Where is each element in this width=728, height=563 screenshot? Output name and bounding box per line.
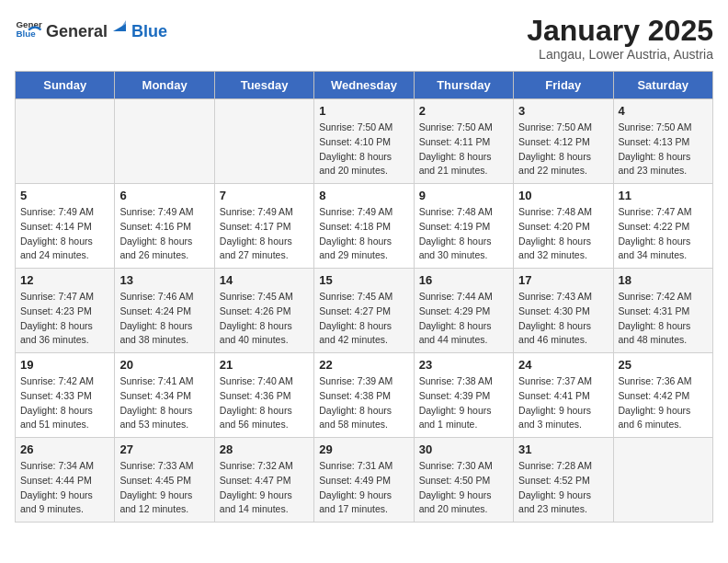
calendar-cell: 23Sunrise: 7:38 AM Sunset: 4:39 PM Dayli… [414, 353, 513, 438]
day-number: 31 [518, 442, 608, 456]
logo-general: General [46, 22, 108, 41]
cell-info: Sunrise: 7:48 AM Sunset: 4:19 PM Dayligh… [419, 205, 508, 263]
calendar-header-sunday: Sunday [16, 72, 115, 99]
cell-info: Sunrise: 7:41 AM Sunset: 4:34 PM Dayligh… [119, 374, 209, 432]
day-number: 20 [119, 358, 209, 372]
calendar-cell: 16Sunrise: 7:44 AM Sunset: 4:29 PM Dayli… [414, 269, 513, 353]
calendar-header-thursday: Thursday [414, 72, 513, 99]
day-number: 21 [220, 358, 309, 372]
day-number: 1 [319, 104, 408, 118]
calendar-cell: 22Sunrise: 7:39 AM Sunset: 4:38 PM Dayli… [314, 353, 414, 438]
cell-info: Sunrise: 7:48 AM Sunset: 4:20 PM Dayligh… [518, 205, 608, 263]
calendar-cell [16, 99, 115, 184]
day-number: 6 [119, 189, 209, 202]
calendar-cell: 24Sunrise: 7:37 AM Sunset: 4:41 PM Dayli… [514, 353, 613, 438]
day-number: 29 [319, 442, 408, 456]
cell-info: Sunrise: 7:45 AM Sunset: 4:26 PM Dayligh… [220, 290, 309, 348]
cell-info: Sunrise: 7:45 AM Sunset: 4:27 PM Dayligh… [319, 290, 408, 348]
cell-info: Sunrise: 7:32 AM Sunset: 4:47 PM Dayligh… [220, 459, 309, 517]
day-number: 2 [419, 104, 508, 118]
calendar-cell: 30Sunrise: 7:30 AM Sunset: 4:50 PM Dayli… [414, 438, 513, 523]
day-number: 4 [619, 104, 708, 118]
day-number: 16 [419, 273, 508, 287]
logo-blue: Blue [131, 22, 167, 41]
day-number: 10 [518, 189, 608, 202]
calendar-table: SundayMondayTuesdayWednesdayThursdayFrid… [15, 71, 713, 523]
cell-info: Sunrise: 7:50 AM Sunset: 4:10 PM Dayligh… [319, 121, 408, 178]
calendar-cell: 15Sunrise: 7:45 AM Sunset: 4:27 PM Dayli… [314, 269, 414, 353]
day-number: 26 [20, 442, 109, 456]
cell-info: Sunrise: 7:34 AM Sunset: 4:44 PM Dayligh… [20, 459, 109, 517]
day-number: 9 [419, 189, 508, 202]
cell-info: Sunrise: 7:50 AM Sunset: 4:12 PM Dayligh… [518, 121, 608, 178]
cell-info: Sunrise: 7:30 AM Sunset: 4:50 PM Dayligh… [419, 459, 508, 517]
calendar-cell: 25Sunrise: 7:36 AM Sunset: 4:42 PM Dayli… [613, 353, 712, 438]
cell-info: Sunrise: 7:49 AM Sunset: 4:16 PM Dayligh… [119, 205, 209, 263]
day-number: 15 [319, 273, 408, 287]
day-number: 30 [419, 442, 508, 456]
day-number: 17 [518, 273, 608, 287]
calendar-header-tuesday: Tuesday [214, 72, 313, 99]
cell-info: Sunrise: 7:36 AM Sunset: 4:42 PM Dayligh… [619, 374, 708, 432]
day-number: 12 [20, 273, 109, 287]
calendar-cell: 10Sunrise: 7:48 AM Sunset: 4:20 PM Dayli… [514, 184, 613, 269]
cell-info: Sunrise: 7:42 AM Sunset: 4:33 PM Dayligh… [20, 374, 109, 432]
cell-info: Sunrise: 7:49 AM Sunset: 4:17 PM Dayligh… [220, 205, 309, 263]
day-number: 22 [319, 358, 408, 372]
calendar-cell: 28Sunrise: 7:32 AM Sunset: 4:47 PM Dayli… [214, 438, 313, 523]
calendar-header-saturday: Saturday [613, 72, 712, 99]
calendar-cell: 12Sunrise: 7:47 AM Sunset: 4:23 PM Dayli… [16, 269, 115, 353]
calendar-cell: 31Sunrise: 7:28 AM Sunset: 4:52 PM Dayli… [514, 438, 613, 523]
calendar-cell: 7Sunrise: 7:49 AM Sunset: 4:17 PM Daylig… [214, 184, 313, 269]
calendar-cell: 3Sunrise: 7:50 AM Sunset: 4:12 PM Daylig… [514, 99, 613, 184]
day-number: 3 [518, 104, 608, 118]
day-number: 8 [319, 189, 408, 202]
day-number: 7 [220, 189, 309, 202]
calendar-cell: 18Sunrise: 7:42 AM Sunset: 4:31 PM Dayli… [613, 269, 712, 353]
calendar-cell: 6Sunrise: 7:49 AM Sunset: 4:16 PM Daylig… [115, 184, 214, 269]
cell-info: Sunrise: 7:39 AM Sunset: 4:38 PM Dayligh… [319, 374, 408, 432]
cell-info: Sunrise: 7:47 AM Sunset: 4:22 PM Dayligh… [619, 205, 708, 263]
cell-info: Sunrise: 7:50 AM Sunset: 4:11 PM Dayligh… [419, 121, 508, 178]
calendar-cell: 1Sunrise: 7:50 AM Sunset: 4:10 PM Daylig… [314, 99, 414, 184]
cell-info: Sunrise: 7:31 AM Sunset: 4:49 PM Dayligh… [319, 459, 408, 517]
calendar-cell [115, 99, 214, 184]
cell-info: Sunrise: 7:43 AM Sunset: 4:30 PM Dayligh… [518, 290, 608, 348]
day-number: 11 [619, 189, 708, 202]
day-number: 24 [518, 358, 608, 372]
day-number: 19 [20, 358, 109, 372]
calendar-cell [214, 99, 313, 184]
day-number: 18 [619, 273, 708, 287]
header: General Blue General Blue January 2025 L… [15, 15, 713, 62]
cell-info: Sunrise: 7:28 AM Sunset: 4:52 PM Dayligh… [518, 459, 608, 517]
cell-info: Sunrise: 7:46 AM Sunset: 4:24 PM Dayligh… [119, 290, 209, 348]
calendar-cell: 9Sunrise: 7:48 AM Sunset: 4:19 PM Daylig… [414, 184, 513, 269]
calendar-header-monday: Monday [115, 72, 214, 99]
calendar-header-wednesday: Wednesday [314, 72, 414, 99]
calendar-cell: 5Sunrise: 7:49 AM Sunset: 4:14 PM Daylig… [16, 184, 115, 269]
svg-text:Blue: Blue [17, 29, 37, 39]
cell-info: Sunrise: 7:47 AM Sunset: 4:23 PM Dayligh… [20, 290, 109, 348]
day-number: 23 [419, 358, 508, 372]
cell-info: Sunrise: 7:38 AM Sunset: 4:39 PM Dayligh… [419, 374, 508, 432]
cell-info: Sunrise: 7:37 AM Sunset: 4:41 PM Dayligh… [518, 374, 608, 432]
day-number: 28 [220, 442, 309, 456]
calendar-cell: 2Sunrise: 7:50 AM Sunset: 4:11 PM Daylig… [414, 99, 513, 184]
title-area: January 2025 Langau, Lower Austria, Aust… [527, 15, 713, 62]
cell-info: Sunrise: 7:49 AM Sunset: 4:14 PM Dayligh… [20, 205, 109, 263]
day-number: 13 [119, 273, 209, 287]
day-number: 14 [220, 273, 309, 287]
day-number: 5 [20, 189, 109, 202]
calendar-cell: 11Sunrise: 7:47 AM Sunset: 4:22 PM Dayli… [613, 184, 712, 269]
main-title: January 2025 [527, 15, 713, 47]
cell-info: Sunrise: 7:33 AM Sunset: 4:45 PM Dayligh… [119, 459, 209, 517]
calendar-cell: 17Sunrise: 7:43 AM Sunset: 4:30 PM Dayli… [514, 269, 613, 353]
calendar-cell: 27Sunrise: 7:33 AM Sunset: 4:45 PM Dayli… [115, 438, 214, 523]
day-number: 27 [119, 442, 209, 456]
calendar-cell: 20Sunrise: 7:41 AM Sunset: 4:34 PM Dayli… [115, 353, 214, 438]
calendar-cell: 13Sunrise: 7:46 AM Sunset: 4:24 PM Dayli… [115, 269, 214, 353]
calendar-cell: 19Sunrise: 7:42 AM Sunset: 4:33 PM Dayli… [16, 353, 115, 438]
calendar-header-friday: Friday [514, 72, 613, 99]
calendar-cell: 4Sunrise: 7:50 AM Sunset: 4:13 PM Daylig… [613, 99, 712, 184]
calendar-cell [613, 438, 712, 523]
